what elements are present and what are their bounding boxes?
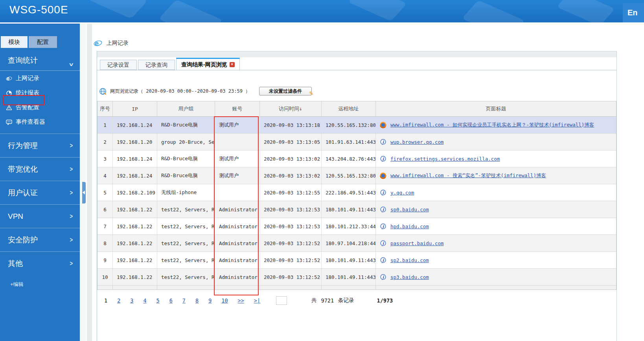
column-header-remote[interactable]: 远程地址 bbox=[322, 101, 376, 116]
filter-condition-button[interactable]: 未设置过滤条件 ✎ bbox=[259, 87, 312, 95]
info-icon: i bbox=[380, 257, 386, 264]
page-link-3[interactable]: 3 bbox=[130, 297, 133, 304]
tab-记录设置[interactable]: 记录设置 bbox=[100, 60, 137, 70]
chevron-right-icon: > bbox=[70, 213, 73, 220]
info-icon: i bbox=[380, 139, 386, 145]
sidebar-section-用户认证[interactable]: 用户认证> bbox=[0, 181, 80, 204]
cell-title: www.imfirewall.com - 搜索“实名”-笨驴技术(imfirew… bbox=[376, 167, 616, 184]
cell-account: Administrator bbox=[215, 201, 260, 218]
cell-ip: 192.168.1.20 bbox=[113, 134, 157, 150]
page-indicator: 1/973 bbox=[377, 297, 393, 304]
table-row[interactable]: 1192.168.1.24R&D-Bruce电脑测试用户2020-09-03 1… bbox=[98, 117, 616, 134]
page-jump-input[interactable] bbox=[276, 296, 287, 305]
table-row[interactable]: 2192.168.1.20group 20-Bruce, Ser…2020-09… bbox=[98, 134, 616, 150]
table-row[interactable]: 10192.168.1.22test22, Servers, R&D…Admin… bbox=[98, 269, 616, 286]
tab-记录查询[interactable]: 记录查询 bbox=[138, 60, 175, 70]
cell-title: ipassport.baidu.com bbox=[376, 235, 616, 251]
edit-link[interactable]: +编辑 bbox=[10, 281, 24, 288]
table-row[interactable]: 6192.168.1.22test22, Servers, R&D…Admini… bbox=[98, 201, 616, 218]
page-title-link[interactable]: sp2.baidu.com bbox=[390, 257, 429, 263]
chevron-right-icon: > bbox=[70, 236, 73, 244]
page-title-link[interactable]: firefox.settings.services.mozilla.com bbox=[390, 156, 500, 162]
page-link-6[interactable]: 6 bbox=[169, 297, 173, 304]
sidebar-gap-strip bbox=[87, 24, 92, 341]
table-row[interactable]: 3192.168.1.24R&D-Bruce电脑测试用户2020-09-03 1… bbox=[98, 150, 616, 167]
cell-account: 测试用户 bbox=[215, 150, 260, 167]
page-title-link[interactable]: sp0.baidu.com bbox=[390, 207, 429, 213]
page-link-10[interactable]: 10 bbox=[221, 297, 228, 304]
table-row[interactable]: 4192.168.1.24R&D-Bruce电脑测试用户2020-09-03 1… bbox=[98, 167, 616, 184]
cell-account: Administrator bbox=[215, 252, 260, 268]
cell-no: 4 bbox=[98, 167, 113, 184]
sidebar-collapse-handle[interactable] bbox=[82, 182, 86, 204]
last-page-link[interactable]: >| bbox=[254, 297, 260, 304]
page-link-2[interactable]: 2 bbox=[117, 297, 120, 304]
keyboard-texture bbox=[348, 0, 407, 21]
tab-查询结果-网页浏览[interactable]: 查询结果-网页浏览× bbox=[176, 58, 240, 70]
cell-ip: 192.168.1.22 bbox=[113, 235, 157, 251]
table-row[interactable]: 8192.168.1.22test22, Servers, R&D…Admini… bbox=[98, 235, 616, 252]
cell-group: R&D-Bruce电脑 bbox=[157, 167, 215, 184]
sidebar-section-label: VPN bbox=[8, 212, 23, 221]
sidebar-item-上网记录[interactable]: e上网记录 bbox=[0, 71, 80, 86]
cell-group: R&D-Bruce电脑 bbox=[157, 150, 215, 167]
sidebar-section-query-stats[interactable]: 查询统计 v bbox=[0, 49, 80, 71]
page-title-link[interactable]: wup.browser.qq.com bbox=[390, 139, 443, 145]
sidebar-section-VPN[interactable]: VPN> bbox=[0, 204, 80, 228]
cell-time: 2020-09-03 13:13:02 bbox=[260, 150, 322, 167]
column-header-ip[interactable]: IP bbox=[113, 101, 157, 116]
page-link-5[interactable]: 5 bbox=[156, 297, 160, 304]
chevron-right-icon: > bbox=[70, 165, 73, 173]
page-links: 2345678910 bbox=[117, 297, 237, 304]
table-row[interactable]: 5192.168.2.109无线组-iphone2020-09-03 13:12… bbox=[98, 184, 616, 201]
close-tab-icon[interactable]: × bbox=[230, 62, 235, 67]
page-title-link[interactable]: hpd.baidu.com bbox=[390, 224, 429, 229]
cell-account bbox=[215, 184, 260, 201]
column-header-time[interactable]: 访问时间↓ bbox=[260, 101, 322, 116]
sidebar-item-告警配置[interactable]: 告警配置 bbox=[0, 100, 80, 115]
cell-account: 测试用户 bbox=[215, 117, 260, 133]
edit-pencil-icon: ✎ bbox=[309, 90, 314, 97]
page-title-link[interactable]: y.qq.com bbox=[390, 190, 414, 196]
column-header-title[interactable]: 页面标题 bbox=[376, 101, 616, 116]
table-row[interactable]: 9192.168.1.22test22, Servers, R&D…Admini… bbox=[98, 252, 616, 269]
cell-title: isp0.baidu.com bbox=[376, 201, 616, 218]
page-title-link[interactable]: passport.baidu.com bbox=[390, 240, 443, 246]
page-link-7[interactable]: 7 bbox=[182, 297, 186, 304]
sidebar-item-事件查看器[interactable]: 事件查看器 bbox=[0, 115, 80, 129]
cell-time: 2020-09-03 13:12:52 bbox=[260, 269, 322, 285]
current-page: 1 bbox=[104, 297, 107, 304]
page-link-8[interactable]: 8 bbox=[195, 297, 199, 304]
page-title-link[interactable]: sp3.baidu.com bbox=[390, 274, 429, 280]
cell-ip: 192.168.1.22 bbox=[113, 218, 157, 235]
panel-border bbox=[616, 51, 617, 341]
cell-remote: 180.101.49.11:443 bbox=[322, 269, 376, 285]
sidebar-tab-modules[interactable]: 模块 bbox=[1, 36, 28, 48]
sidebar-section-其他[interactable]: 其他> bbox=[0, 251, 80, 275]
column-header-no[interactable]: 序号 bbox=[98, 101, 113, 116]
sidebar-item-统计报表[interactable]: 统计报表 bbox=[0, 86, 80, 100]
next-page-group-link[interactable]: >> bbox=[238, 297, 244, 304]
keyboard-texture bbox=[556, 0, 615, 22]
language-button[interactable]: En bbox=[623, 3, 644, 22]
cell-group: test22, Servers, R&D… bbox=[157, 252, 215, 268]
sidebar-section-安全防护[interactable]: 安全防护> bbox=[0, 228, 80, 251]
page-link-9[interactable]: 9 bbox=[208, 297, 212, 304]
record-range-label: 网页浏览记录（ 2020-09-03 00:00--2020-09-03 23:… bbox=[110, 88, 250, 95]
page-title-link[interactable]: www.imfirewall.com - 搜索“实名”-笨驴技术(imfirew… bbox=[390, 172, 546, 179]
page-title-link[interactable]: www.imfirewall.com - 如何实现企业员工手机实名上网？-笨驴技… bbox=[390, 122, 594, 128]
filter-button-label: 未设置过滤条件 bbox=[269, 88, 302, 94]
table-row[interactable]: 7192.168.1.22test22, Servers, R&D…Admini… bbox=[98, 218, 616, 235]
cell-group: test22, Servers, R&D… bbox=[157, 201, 215, 218]
sidebar-tab-config[interactable]: 配置 bbox=[29, 36, 57, 48]
page-link-4[interactable]: 4 bbox=[143, 297, 146, 304]
column-header-account[interactable]: 账号 bbox=[215, 101, 260, 116]
sidebar-section-带宽优化[interactable]: 带宽优化> bbox=[0, 157, 80, 181]
chevron-right-icon: > bbox=[70, 142, 73, 150]
sidebar-tab-bar: 模块 配置 bbox=[1, 36, 57, 48]
keyboard-texture bbox=[158, 0, 223, 22]
cell-account: Administrator bbox=[215, 235, 260, 251]
column-header-group[interactable]: 用户组 bbox=[157, 101, 215, 116]
cell-group: test22, Servers, R&D… bbox=[157, 235, 215, 251]
sidebar-section-行为管理[interactable]: 行为管理> bbox=[0, 134, 80, 157]
